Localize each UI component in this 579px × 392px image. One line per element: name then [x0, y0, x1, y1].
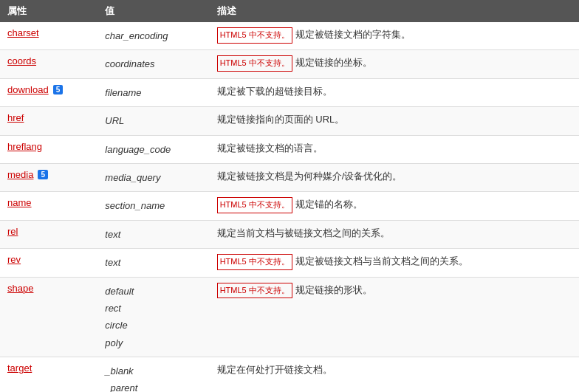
desc-cell: 规定被链接文档是为何种媒介/设备优化的。 [210, 163, 579, 191]
table-row: shapedefaultrectcirclepolyHTML5 中不支持。规定链… [0, 277, 579, 357]
attr-cell: rev [0, 249, 97, 277]
attr-link[interactable]: rel [7, 226, 18, 237]
table-row: hreflanglanguage_code规定被链接文档的语言。 [0, 135, 579, 163]
desc-cell: HTML5 中不支持。规定链接的形状。 [210, 277, 579, 357]
value-cell: URL [97, 107, 209, 135]
attr-link[interactable]: download [7, 84, 49, 95]
html5-badge: 5 [53, 85, 64, 94]
value-cell: media_query [97, 163, 209, 191]
not-supported-badge: HTML5 中不支持。 [217, 254, 292, 270]
value-cell: text [97, 249, 209, 277]
desc-cell: HTML5 中不支持。规定链接的坐标。 [210, 50, 579, 78]
table-row: coordscoordinatesHTML5 中不支持。规定链接的坐标。 [0, 50, 579, 78]
desc-cell: HTML5 中不支持。规定被链接文档与当前文档之间的关系。 [210, 249, 579, 277]
attr-cell: charset [0, 22, 97, 50]
table-row: reltext规定当前文档与被链接文档之间的关系。 [0, 220, 579, 248]
not-supported-badge: HTML5 中不支持。 [217, 27, 292, 44]
attr-link[interactable]: shape [7, 283, 33, 294]
attr-link[interactable]: href [7, 112, 24, 123]
attr-link[interactable]: charset [7, 27, 39, 38]
desc-cell: 规定当前文档与被链接文档之间的关系。 [210, 220, 579, 248]
attr-cell: name [0, 192, 97, 220]
attr-cell: target [0, 357, 97, 392]
col-attr: 属性 [0, 0, 97, 22]
value-cell: _blank_parent_self_topframename [97, 357, 209, 392]
desc-cell: HTML5 中不支持。规定锚的名称。 [210, 192, 579, 220]
table-row: hrefURL规定链接指向的页面的 URL。 [0, 107, 579, 135]
desc-cell: 规定在何处打开链接文档。 [210, 357, 579, 392]
attr-link[interactable]: name [7, 197, 32, 208]
attr-link[interactable]: rev [7, 254, 21, 265]
attr-link[interactable]: target [7, 362, 32, 374]
value-cell: language_code [97, 135, 209, 163]
value-cell: defaultrectcirclepoly [97, 277, 209, 357]
table-row: media5media_query规定被链接文档是为何种媒介/设备优化的。 [0, 163, 579, 191]
value-cell: coordinates [97, 50, 209, 78]
attr-cell: coords [0, 50, 97, 78]
attr-link[interactable]: hreflang [7, 141, 42, 152]
value-cell: text [97, 220, 209, 248]
html5-badge: 5 [38, 170, 48, 179]
col-value: 值 [97, 0, 209, 22]
not-supported-badge: HTML5 中不支持。 [217, 197, 292, 213]
attr-cell: shape [0, 277, 97, 357]
value-cell: filename [97, 78, 209, 106]
attr-link[interactable]: media [7, 169, 33, 180]
attributes-table: 属性 值 描述 charsetchar_encodingHTML5 中不支持。规… [0, 0, 579, 392]
value-cell: char_encoding [97, 22, 209, 50]
attr-cell: hreflang [0, 135, 97, 163]
attr-cell: download5 [0, 78, 97, 106]
attr-cell: href [0, 107, 97, 135]
col-desc: 描述 [210, 0, 579, 22]
attr-cell: rel [0, 220, 97, 248]
table-row: download5filename规定被下载的超链接目标。 [0, 78, 579, 106]
table-header: 属性 值 描述 [0, 0, 579, 22]
attr-cell: media5 [0, 163, 97, 191]
desc-cell: 规定被链接文档的语言。 [210, 135, 579, 163]
desc-cell: 规定链接指向的页面的 URL。 [210, 107, 579, 135]
attr-link[interactable]: coords [7, 55, 36, 66]
table-row: namesection_nameHTML5 中不支持。规定锚的名称。 [0, 192, 579, 220]
table-row: revtextHTML5 中不支持。规定被链接文档与当前文档之间的关系。 [0, 249, 579, 277]
desc-cell: HTML5 中不支持。规定被链接文档的字符集。 [210, 22, 579, 50]
not-supported-badge: HTML5 中不支持。 [217, 283, 292, 299]
desc-cell: 规定被下载的超链接目标。 [210, 78, 579, 106]
table-row: charsetchar_encodingHTML5 中不支持。规定被链接文档的字… [0, 22, 579, 50]
table-row: target_blank_parent_self_topframename规定在… [0, 357, 579, 392]
not-supported-badge: HTML5 中不支持。 [217, 55, 292, 72]
value-cell: section_name [97, 192, 209, 220]
